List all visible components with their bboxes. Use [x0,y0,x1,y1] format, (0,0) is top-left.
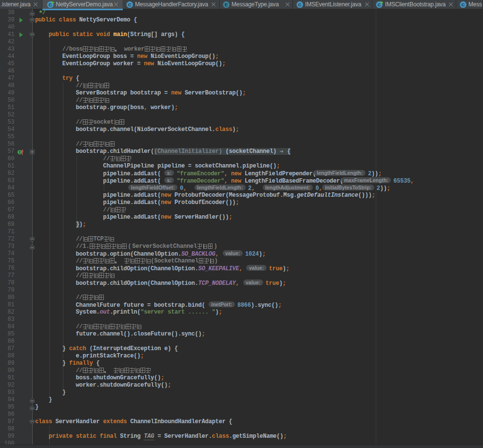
svg-text:C: C [298,2,301,7]
svg-text:E: E [225,2,228,7]
svg-text:C: C [462,2,465,7]
svg-text:C: C [378,2,381,7]
svg-text:C: C [48,2,52,7]
svg-text:C: C [128,2,131,7]
